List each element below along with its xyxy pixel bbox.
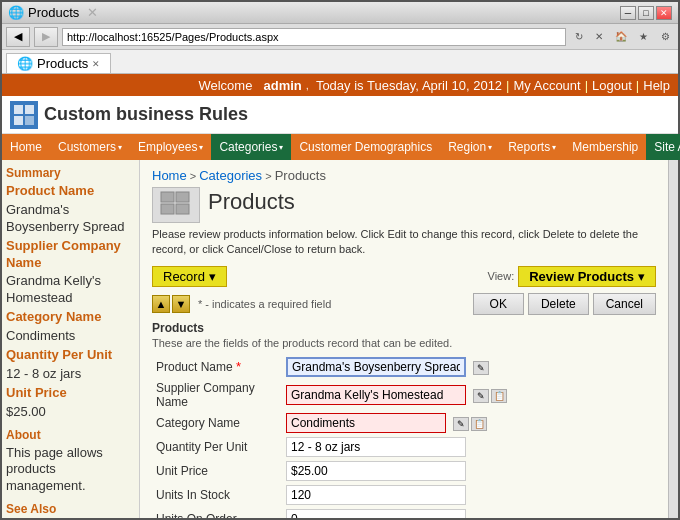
logout-link[interactable]: Logout: [592, 78, 632, 93]
edit-icon-3[interactable]: ✎: [453, 417, 469, 431]
breadcrumb-products: Products: [275, 168, 326, 183]
units-in-stock-input[interactable]: [286, 485, 466, 505]
unit-price-input[interactable]: [286, 461, 466, 481]
svg-rect-0: [14, 105, 23, 114]
address-input[interactable]: [62, 28, 566, 46]
sidebar-summary-title: Summary: [6, 166, 135, 180]
svg-rect-4: [161, 192, 174, 202]
view-container: View: Review Products ▾: [488, 266, 656, 287]
field-value-price: [282, 459, 656, 483]
supplier-input[interactable]: [286, 385, 466, 405]
view-value: Review Products: [529, 269, 634, 284]
edit-icon-2[interactable]: ✎: [473, 389, 489, 403]
refresh-icon[interactable]: ↻: [570, 28, 588, 46]
star-icon[interactable]: ★: [634, 28, 652, 46]
svg-rect-3: [25, 116, 34, 125]
my-account-link[interactable]: My Account: [514, 78, 581, 93]
qty-input[interactable]: [286, 437, 466, 457]
sidebar-supplier-label[interactable]: Supplier Company Name: [6, 237, 135, 273]
main-content: Home > Categories > Products Products Pl…: [140, 160, 668, 518]
separator-2: |: [585, 78, 588, 93]
field-value-category: ✎ 📋: [282, 411, 656, 435]
required-note-top: * - indicates a required field: [198, 298, 469, 310]
ok-button-top[interactable]: OK: [473, 293, 524, 315]
back-button[interactable]: ◀: [6, 27, 30, 47]
page-icon: [152, 187, 200, 223]
nav-membership[interactable]: Membership: [564, 134, 646, 160]
sidebar-price-label[interactable]: Unit Price: [6, 384, 135, 403]
units-on-order-input[interactable]: [286, 509, 466, 518]
sidebar-about-title: About: [6, 428, 135, 442]
tab-separator: ✕: [87, 5, 98, 20]
help-link[interactable]: Help: [643, 78, 670, 93]
close-button[interactable]: ✕: [656, 6, 672, 20]
grid-icon: [160, 191, 192, 219]
window-title: Products: [28, 5, 79, 20]
tab-icon: 🌐: [17, 56, 33, 71]
svg-rect-6: [161, 204, 174, 214]
breadcrumb-home[interactable]: Home: [152, 168, 187, 183]
supplier-icons: ✎ 📋: [473, 389, 507, 403]
sidebar-product-name-label[interactable]: Product Name: [6, 182, 135, 201]
nav-region[interactable]: Region ▾: [440, 134, 500, 160]
settings-icon[interactable]: ⚙: [656, 28, 674, 46]
table-row: Unit Price: [152, 459, 656, 483]
forward-button[interactable]: ▶: [34, 27, 58, 47]
field-value-qty: [282, 435, 656, 459]
page-title: Products: [208, 189, 295, 215]
product-name-icons: ✎: [473, 361, 489, 375]
view-label: View:: [488, 270, 515, 282]
next-button-top[interactable]: ▼: [172, 295, 190, 313]
categories-arrow: ▾: [279, 143, 283, 152]
tab-bar: 🌐 Products ✕: [2, 50, 678, 74]
nav-reports[interactable]: Reports ▾: [500, 134, 564, 160]
sidebar-qty-value: 12 - 8 oz jars: [6, 365, 135, 384]
field-label-price: Unit Price: [152, 459, 282, 483]
sidebar-qty-label[interactable]: Quantity Per Unit: [6, 346, 135, 365]
required-star-1: *: [236, 359, 241, 374]
sidebar-category-value: Condiments: [6, 327, 135, 346]
view-button[interactable]: Review Products ▾: [518, 266, 656, 287]
home-icon[interactable]: 🏠: [612, 28, 630, 46]
record-bar: Record ▾ View: Review Products ▾: [152, 266, 656, 287]
maximize-button[interactable]: □: [638, 6, 654, 20]
top-info-bar: Welcome admin, Today is Tuesday, April 1…: [2, 74, 678, 96]
sidebar-about-text: This page allows products management.: [6, 444, 135, 497]
app-logo: [10, 101, 38, 129]
lookup-icon-3[interactable]: 📋: [471, 417, 487, 431]
nav-customers[interactable]: Customers ▾: [50, 134, 130, 160]
employees-arrow: ▾: [199, 143, 203, 152]
username: admin: [263, 78, 301, 93]
app-header: Custom business Rules: [2, 96, 678, 134]
sidebar-category-label[interactable]: Category Name: [6, 308, 135, 327]
nav-home[interactable]: Home: [2, 134, 50, 160]
nav-categories[interactable]: Categories ▾: [211, 134, 291, 160]
product-name-input[interactable]: [286, 357, 466, 377]
window: 🌐 Products ✕ ─ □ ✕ ◀ ▶ ↻ ✕ 🏠 ★ ⚙ 🌐 Produ…: [0, 0, 680, 520]
page-description: Please review products information below…: [152, 227, 656, 258]
nav-customer-demographics[interactable]: Customer Demographics: [291, 134, 440, 160]
field-value-product-name: ✎: [282, 355, 656, 379]
breadcrumb-categories[interactable]: Categories: [199, 168, 262, 183]
stop-icon[interactable]: ✕: [590, 28, 608, 46]
lookup-icon-2[interactable]: 📋: [491, 389, 507, 403]
cancel-button-top[interactable]: Cancel: [593, 293, 656, 315]
minimize-button[interactable]: ─: [620, 6, 636, 20]
section-title: Products: [152, 321, 656, 335]
logo-icon: [13, 104, 35, 126]
scrollbar[interactable]: [668, 160, 678, 518]
tab-products[interactable]: 🌐 Products ✕: [6, 53, 111, 73]
field-label-category: Category Name: [152, 411, 282, 435]
nav-site-actions[interactable]: Site Actions ▾: [646, 134, 680, 160]
prev-button-top[interactable]: ▲: [152, 295, 170, 313]
svg-rect-2: [14, 116, 23, 125]
tab-close-button[interactable]: ✕: [92, 59, 100, 69]
field-label-qty: Quantity Per Unit: [152, 435, 282, 459]
delete-button-top[interactable]: Delete: [528, 293, 589, 315]
edit-icon-1[interactable]: ✎: [473, 361, 489, 375]
record-button[interactable]: Record ▾: [152, 266, 227, 287]
sidebar-see-also-section: See Also ■ Home ■ Customers ■ Employees …: [6, 502, 135, 518]
sidebar-about-section: About This page allows products manageme…: [6, 428, 135, 497]
nav-employees[interactable]: Employees ▾: [130, 134, 211, 160]
category-input[interactable]: [286, 413, 446, 433]
